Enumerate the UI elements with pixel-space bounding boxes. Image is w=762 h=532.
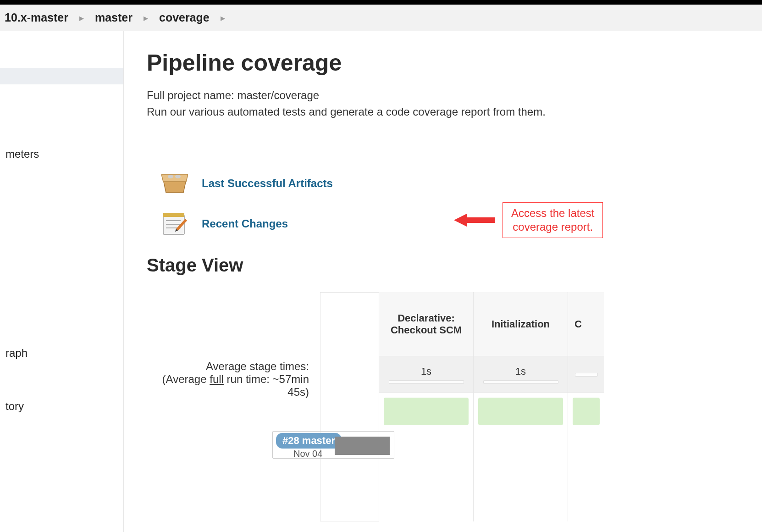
stage-avg-time: 1s [379,356,473,393]
stage-avg-time [568,356,604,393]
stage-name: Initialization [474,292,568,356]
sidebar-item[interactable]: meters [0,139,123,169]
svg-marker-1 [161,174,188,182]
stage-avg-time: 1s [474,356,568,393]
stage-view-title: Stage View [147,255,762,276]
artifacts-link[interactable]: Last Successful Artifacts [160,171,762,196]
package-icon [160,171,189,196]
stage-column: C [568,292,604,521]
stage-column: Initialization 1s [473,292,568,521]
build-number-box [335,437,390,455]
sidebar-item[interactable]: raph [0,338,123,368]
breadcrumb-item[interactable]: 10.x-master [5,11,68,24]
avg-stage-times-label: Average stage times: [147,360,309,373]
svg-marker-11 [454,214,495,227]
svg-rect-5 [163,213,184,217]
sidebar-item[interactable]: tory [0,392,123,421]
build-pill[interactable]: #28 master [276,433,342,449]
main-content: Pipeline coverage Full project name: mas… [124,31,762,532]
breadcrumb-item[interactable]: coverage [159,11,210,24]
avg-full-runtime-value: 45s) [147,386,309,399]
sidebar: meters raph tory [0,31,124,532]
topbar-black [0,0,762,5]
build-date: Nov 04 [293,449,322,459]
stage-name: Declarative: Checkout SCM [379,292,473,356]
chevron-right-icon: ▸ [144,12,148,23]
arrow-left-icon [454,211,495,229]
artifacts-link-text: Last Successful Artifacts [202,177,333,190]
avg-full-runtime-label: (Average full run time: ~57min [147,373,309,386]
annotation-text: Access the latest coverage report. [502,202,603,238]
sidebar-item[interactable] [0,68,123,84]
breadcrumb: 10.x-master ▸ master ▸ coverage ▸ [0,5,762,31]
annotation-callout: Access the latest coverage report. [454,202,603,238]
chevron-right-icon: ▸ [221,12,225,23]
svg-point-3 [175,175,181,178]
page-title: Pipeline coverage [147,50,762,76]
stage-run-cell[interactable] [384,398,469,425]
changes-link-text: Recent Changes [202,217,288,230]
notepad-icon [160,211,189,237]
stage-name: C [568,292,604,356]
chevron-right-icon: ▸ [79,12,84,23]
stage-run-cell[interactable] [478,398,563,425]
full-project-name: Full project name: master/coverage [147,87,762,104]
svg-point-2 [168,175,173,178]
stage-column: Declarative: Checkout SCM 1s [379,292,473,521]
stage-run-cell[interactable] [573,398,600,425]
page-description: Run our various automated tests and gene… [147,104,762,120]
breadcrumb-item[interactable]: master [95,11,133,24]
